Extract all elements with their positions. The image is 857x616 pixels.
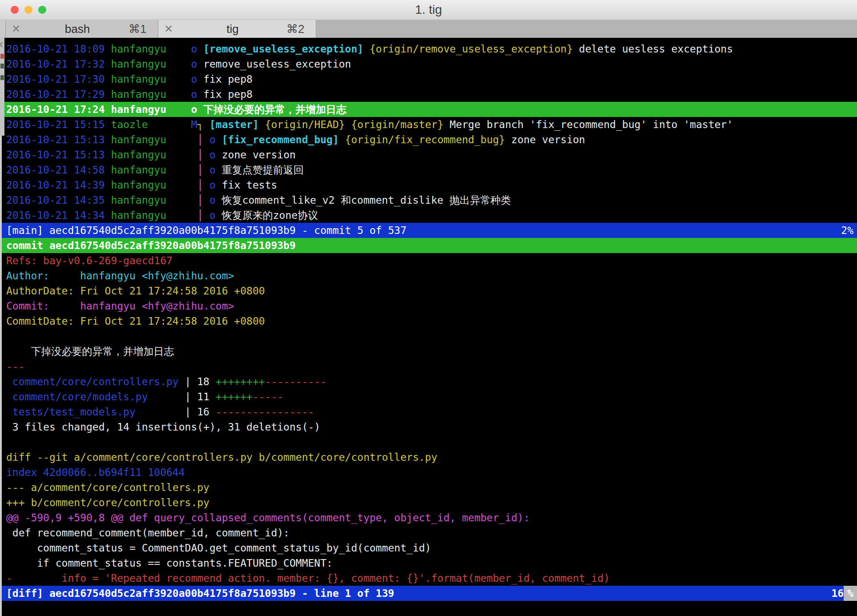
log-row: 2016-10-21 17:32 hanfangyu o remove_usel… (0, 56, 857, 72)
scroll-percentage: 2% (841, 223, 853, 238)
diffstat-row: comment/core/models.py | 11 ++++++----- (0, 389, 857, 404)
log-row: 2016-10-21 15:13 hanfangyu │ o zone vers… (0, 147, 857, 162)
row-text: tests/test_models.py | 16 --------------… (6, 404, 314, 419)
commit-message-line: 下掉没必要的异常，并增加日志 (0, 344, 857, 359)
author-line: Author: hanfangyu <hfy@zhihu.com> (0, 268, 857, 283)
diff-index-line: index 42d0066..b694f11 100644 (0, 465, 857, 480)
row-text: diff --git a/comment/core/controllers.py… (6, 450, 437, 465)
tab-label: bash (26, 22, 129, 36)
diff-context-line: comment_status = CommentDAO.get_comment_… (0, 540, 857, 556)
row-text: @@ -590,9 +590,8 @@ def query_collapsed_… (6, 510, 530, 525)
log-row: 2016-10-21 14:39 hanfangyu │ o fix tests (0, 177, 857, 193)
log-row: 2016-10-21 15:15 taozle M┐ [master] {ori… (0, 117, 857, 132)
window-title: 1. tig (0, 3, 857, 17)
row-text: comment_status = CommentDAO.get_comment_… (6, 540, 431, 556)
row-text: 2016-10-21 17:32 hanfangyu o remove_usel… (6, 56, 351, 72)
row-text: 2016-10-21 14:58 hanfangyu │ o 重复点赞提前返回 (6, 162, 304, 177)
row-text: AuthorDate: Fri Oct 21 17:24:58 2016 +08… (6, 283, 265, 298)
row-text: Commit: hanfangyu <hfy@zhihu.com> (6, 298, 234, 314)
row-text: commit aecd167540d5c2aff3920a00b4175f8a7… (6, 238, 296, 253)
tab-close-icon[interactable]: ✕ (158, 23, 179, 35)
row-text: Refs: bay-v0.6-269-gaecd167 (6, 253, 173, 268)
row-text: - info = 'Repeated recommend action. mem… (6, 571, 610, 586)
diffstat-row: tests/test_models.py | 16 --------------… (0, 404, 857, 419)
log-row: 2016-10-21 14:34 hanfangyu │ o 恢复原来的zone… (0, 208, 857, 223)
row-text: 下掉没必要的异常，并增加日志 (6, 344, 174, 359)
row-text: +++ b/comment/core/controllers.py (6, 495, 209, 510)
tab-shortcut: ⌘1 (129, 22, 158, 36)
log-row: 2016-10-21 15:13 hanfangyu │ o [fix_reco… (0, 132, 857, 147)
edge-green-mark (0, 75, 4, 80)
row-text: 2016-10-21 15:15 taozle M┐ [master] {ori… (6, 117, 733, 132)
log-row: 2016-10-21 17:30 hanfangyu o fix pep8 (0, 72, 857, 87)
row-text: [main] aecd167540d5c2aff3920a00b4175f8a7… (6, 223, 406, 238)
row-text: [diff] aecd167540d5c2aff3920a00b4175f8a7… (6, 586, 394, 601)
log-row: 2016-10-21 14:35 hanfangyu │ o 恢复comment… (0, 193, 857, 208)
commit-header-bar: commit aecd167540d5c2aff3920a00b4175f8a7… (0, 238, 857, 253)
row-text: 2016-10-21 14:39 hanfangyu │ o fix tests (6, 177, 277, 193)
row-text: 2016-10-21 17:24 hanfangyu o 下掉没必要的异常，并增… (6, 102, 346, 117)
row-text: 2016-10-21 14:35 hanfangyu │ o 恢复comment… (6, 193, 511, 208)
tab-close-icon[interactable]: ✕ (6, 23, 26, 35)
diff-context-line: if comment_status == constants.FEATURED_… (0, 556, 857, 571)
terminal-window: 1. tig ✕ bash ⌘1 ✕ tig ⌘2 2016-10-21 18:… (0, 0, 857, 616)
row-text: 2016-10-21 14:34 hanfangyu │ o 恢复原来的zone… (6, 208, 318, 223)
row-text: comment/core/models.py | 11 ++++++----- (6, 389, 283, 404)
tab-tig[interactable]: ✕ tig ⌘2 (158, 20, 316, 38)
tab-bash[interactable]: ✕ bash ⌘1 (6, 20, 158, 38)
diff-new-file: +++ b/comment/core/controllers.py (0, 495, 857, 510)
row-text: 2016-10-21 17:30 hanfangyu o fix pep8 (6, 72, 253, 87)
row-text: 2016-10-21 17:29 hanfangyu o fix pep8 (6, 87, 253, 102)
log-row: 2016-10-21 17:29 hanfangyu o fix pep8 (0, 87, 857, 102)
scrollbar-thumb[interactable]: % (844, 586, 857, 601)
row-text: 3 files changed, 14 insertions(+), 31 de… (6, 419, 320, 435)
tab-shortcut: ⌘2 (286, 22, 316, 36)
author-date-line: AuthorDate: Fri Oct 21 17:24:58 2016 +08… (0, 283, 857, 298)
diff-header: diff --git a/comment/core/controllers.py… (0, 450, 857, 465)
row-text: --- a/comment/core/controllers.py (6, 480, 209, 495)
window-titlebar: 1. tig (0, 0, 857, 20)
edge-red-mark (0, 54, 4, 59)
tab-bar-empty-area (316, 20, 857, 38)
hunk-header: @@ -590,9 +590,8 @@ def query_collapsed_… (0, 510, 857, 525)
row-text: comment/core/controllers.py | 18 +++++++… (6, 374, 326, 389)
log-row: 2016-10-21 18:09 hanfangyu o [remove_use… (0, 41, 857, 56)
separator-line: --- (0, 359, 857, 374)
row-text: 2016-10-21 15:13 hanfangyu │ o [fix_reco… (6, 132, 585, 147)
blank-line (0, 435, 857, 450)
log-row: 2016-10-21 14:58 hanfangyu │ o 重复点赞提前返回 (0, 162, 857, 177)
diffstat-row: comment/core/controllers.py | 18 +++++++… (0, 374, 857, 389)
main-view-status-bar: [main] aecd167540d5c2aff3920a00b4175f8a7… (0, 223, 857, 238)
diff-deleted-line: - info = 'Repeated recommend action. mem… (0, 571, 857, 586)
diff-view-status-bar: [diff] aecd167540d5c2aff3920a00b4175f8a7… (0, 586, 857, 601)
selected-commit-row: 2016-10-21 17:24 hanfangyu o 下掉没必要的异常，并增… (0, 102, 857, 117)
row-text: 2016-10-21 18:09 hanfangyu o [remove_use… (6, 41, 733, 56)
row-text: CommitDate: Fri Oct 21 17:24:58 2016 +08… (6, 314, 265, 329)
chevron-icon: ‹ (0, 36, 4, 51)
scroll-percentage: 16% (831, 586, 853, 601)
tab-bar: ✕ bash ⌘1 ✕ tig ⌘2 (0, 20, 857, 38)
committer-line: Commit: hanfangyu <hfy@zhihu.com> (0, 298, 857, 314)
row-text: if comment_status == constants.FEATURED_… (6, 556, 333, 571)
row-text: Author: hanfangyu <hfy@zhihu.com> (6, 268, 234, 283)
row-text: 2016-10-21 15:13 hanfangyu │ o zone vers… (6, 147, 296, 162)
diff-old-file: --- a/comment/core/controllers.py (0, 480, 857, 495)
background-window-edge-top (0, 20, 6, 38)
row-text: def recommend_comment(member_id, comment… (6, 525, 290, 540)
terminal-screen[interactable]: 2016-10-21 18:09 hanfangyu o [remove_use… (0, 38, 857, 616)
tab-label: tig (179, 22, 286, 36)
blank-line (0, 329, 857, 344)
diffstat-summary: 3 files changed, 14 insertions(+), 31 de… (0, 419, 857, 435)
edge-green-mark (0, 64, 4, 68)
diff-context-line: def recommend_comment(member_id, comment… (0, 525, 857, 540)
row-text: --- (6, 359, 25, 374)
refs-line: Refs: bay-v0.6-269-gaecd167 (0, 253, 857, 268)
background-window-edge: ‹ (0, 38, 4, 136)
commit-date-line: CommitDate: Fri Oct 21 17:24:58 2016 +08… (0, 314, 857, 329)
row-text: index 42d0066..b694f11 100644 (6, 465, 185, 480)
